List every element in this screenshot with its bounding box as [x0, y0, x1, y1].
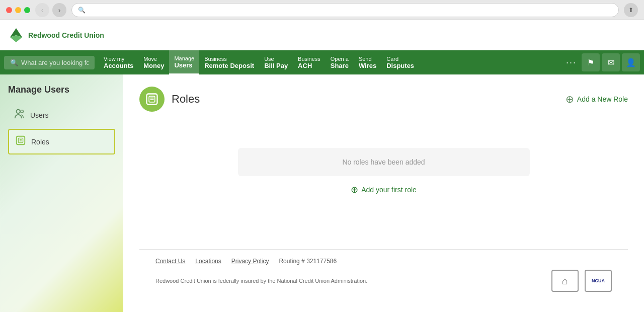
add-first-role-button[interactable]: ⊕ Add your first role — [351, 184, 417, 195]
svg-point-2 — [17, 110, 20, 113]
app: Redwood Credit Union 🔍 View my Accounts … — [0, 20, 644, 312]
nav-label-bottom-brd: Remote Deposit — [204, 62, 254, 69]
forward-button[interactable]: › — [52, 3, 66, 17]
nav-item-view-my-accounts[interactable]: View my Accounts — [99, 50, 138, 74]
svg-rect-8 — [147, 94, 157, 105]
equal-housing-icon: ⌂ — [562, 275, 568, 287]
nav-more-button[interactable]: ··· — [561, 57, 582, 68]
nav-label-top-ach: Business — [298, 56, 320, 62]
nav-item-open-a-share[interactable]: Open a Share — [326, 50, 354, 74]
browser-share-button[interactable]: ⬆ — [624, 3, 638, 17]
nav-item-use-bill-pay[interactable]: Use Bill Pay — [259, 50, 293, 74]
roles-page-icon — [139, 87, 165, 112]
svg-rect-5 — [18, 138, 23, 142]
nav-label-bottom-bp: Bill Pay — [264, 62, 288, 69]
minimize-button[interactable] — [15, 7, 21, 13]
traffic-lights — [6, 7, 30, 13]
nav-label-bottom-money: Money — [143, 62, 164, 69]
nav-label-bottom-wires: Wires — [359, 62, 376, 69]
close-button[interactable] — [6, 7, 12, 13]
footer: Contact Us Locations Privacy Policy Rout… — [139, 249, 628, 300]
roles-empty-state: No roles have been added ⊕ Add your firs… — [139, 148, 628, 195]
address-bar-search-icon: 🔍 — [78, 7, 86, 14]
mail-icon: ✉ — [608, 58, 614, 67]
browser-actions: ⬆ — [624, 3, 638, 17]
profile-icon: 👤 — [626, 58, 636, 67]
sidebar-item-roles[interactable]: Roles — [8, 129, 115, 154]
page-title-area: Roles — [139, 87, 200, 112]
footer-routing: Routing # 321177586 — [279, 258, 337, 265]
footer-logos: ⌂ NCUA — [551, 270, 612, 292]
nav-item-manage-users[interactable]: Manage Users — [169, 50, 199, 74]
main-content: Roles ⊕ Add a New Role No roles have bee… — [123, 74, 644, 312]
fullscreen-button[interactable] — [24, 7, 30, 13]
nav-label-top-brd: Business — [204, 56, 254, 62]
nav-label-top-wires: Send — [359, 56, 376, 62]
nav-label-bottom-disputes: Disputes — [386, 62, 414, 69]
search-bar[interactable]: 🔍 — [4, 56, 95, 69]
nav-label-top-money: Move — [143, 56, 164, 62]
logo-icon — [8, 27, 24, 43]
add-new-role-button[interactable]: ⊕ Add a New Role — [566, 93, 628, 105]
equal-housing-logo: ⌂ — [551, 270, 579, 292]
footer-privacy-policy[interactable]: Privacy Policy — [231, 258, 269, 265]
nav-label-bottom-share: Share — [331, 62, 349, 69]
ncua-logo: NCUA — [585, 270, 612, 292]
nav-item-business-remote-deposit[interactable]: Business Remote Deposit — [199, 50, 259, 74]
sidebar-item-users-label: Users — [30, 111, 49, 119]
nav-label-top-accounts: View my — [104, 56, 133, 62]
nav-item-card-disputes[interactable]: Card Disputes — [381, 50, 419, 74]
profile-button[interactable]: 👤 — [622, 53, 640, 71]
add-first-role-plus-icon: ⊕ — [351, 184, 358, 195]
nav-label-bottom-ach: ACH — [298, 62, 320, 69]
search-icon: 🔍 — [10, 59, 18, 66]
roles-icon — [15, 135, 26, 148]
messages-button[interactable]: ⚑ — [582, 53, 600, 71]
sidebar: Manage Users Users — [0, 74, 123, 312]
nav-item-send-wires[interactable]: Send Wires — [354, 50, 381, 74]
ncua-text: NCUA — [592, 278, 605, 283]
sidebar-item-users[interactable]: Users — [8, 103, 115, 127]
svg-rect-4 — [17, 136, 25, 145]
users-icon — [14, 108, 25, 122]
nav-label-top-disputes: Card — [386, 56, 414, 62]
nav-label-top-share: Open a — [331, 56, 349, 62]
browser-chrome: ‹ › 🔍 ⬆ — [0, 0, 644, 20]
add-first-role-label: Add your first role — [361, 186, 417, 194]
logo-text: Redwood Credit Union — [28, 31, 104, 39]
nav-label-top-manage: Manage — [174, 55, 194, 61]
search-input[interactable] — [21, 59, 89, 66]
footer-links: Contact Us Locations Privacy Policy Rout… — [155, 258, 612, 265]
page-title: Roles — [172, 93, 200, 106]
nav-icons: ⚑ ✉ 👤 — [582, 53, 640, 71]
address-bar[interactable]: 🔍 — [71, 3, 619, 17]
browser-nav-arrows: ‹ › — [35, 3, 66, 17]
footer-locations[interactable]: Locations — [195, 258, 221, 265]
nav-label-bottom-accounts: Accounts — [104, 62, 133, 69]
svg-rect-9 — [149, 96, 155, 102]
sidebar-title: Manage Users — [8, 85, 115, 95]
page-header: Roles ⊕ Add a New Role — [139, 87, 628, 112]
nav-item-business-ach[interactable]: Business ACH — [293, 50, 326, 74]
add-new-role-plus-icon: ⊕ — [566, 93, 574, 105]
footer-bottom: Redwood Credit Union is federally insure… — [155, 270, 612, 292]
nav-label-top-bp: Use — [264, 56, 288, 62]
nav-item-move-money[interactable]: Move Money — [138, 50, 169, 74]
footer-bottom-text: Redwood Credit Union is federally insure… — [155, 278, 367, 284]
messages-icon: ⚑ — [587, 58, 594, 67]
main-nav: 🔍 View my Accounts Move Money Manage Use… — [0, 50, 644, 74]
nav-items: View my Accounts Move Money Manage Users… — [95, 50, 561, 74]
svg-point-3 — [21, 110, 24, 113]
content-area: Manage Users Users — [0, 74, 644, 312]
back-button[interactable]: ‹ — [35, 3, 49, 17]
mail-button[interactable]: ✉ — [602, 53, 620, 71]
no-roles-message: No roles have been added — [238, 148, 530, 176]
add-new-role-label: Add a New Role — [577, 95, 628, 103]
footer-contact-us[interactable]: Contact Us — [155, 258, 185, 265]
nav-label-bottom-manage: Users — [174, 61, 194, 69]
top-bar: Redwood Credit Union — [0, 20, 644, 50]
logo: Redwood Credit Union — [8, 27, 104, 43]
sidebar-item-roles-label: Roles — [31, 138, 49, 146]
